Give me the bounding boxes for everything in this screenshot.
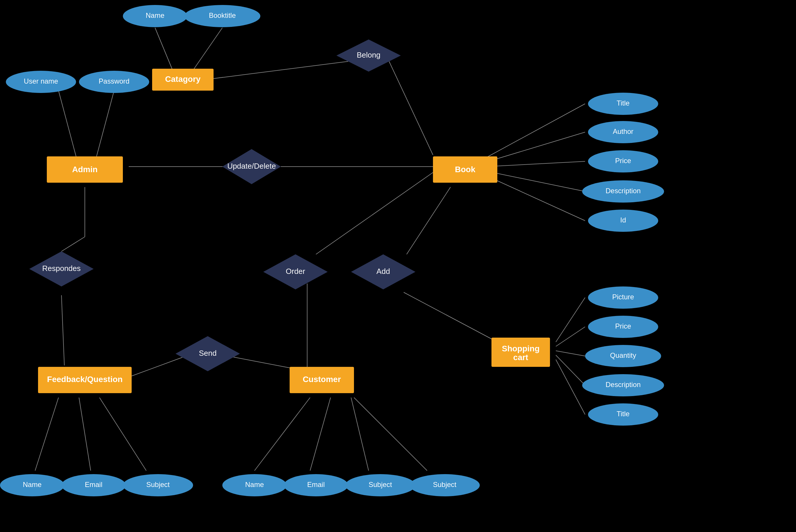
rel-send-label: Send [199,349,217,358]
svg-line-3 [389,61,433,155]
svg-line-28 [79,398,91,471]
svg-line-29 [100,398,146,471]
attr-quantity-label: Quantity [610,352,636,359]
svg-line-8 [486,175,585,221]
attr-password-label: Password [98,77,129,85]
attr-cust-subject1-label: Subject [368,480,392,489]
svg-line-16 [129,357,184,377]
svg-line-32 [351,398,368,471]
attr-id-label: Id [620,216,626,224]
entity-book-label: Book [455,165,475,174]
attr-fb-subject-label: Subject [146,480,170,489]
attr-description-book-label: Description [605,187,641,195]
attr-description-cart-label: Description [605,381,641,388]
entity-customer-label: Customer [303,375,341,384]
rel-add-label: Add [377,267,390,276]
attr-author-label: Author [613,128,634,135]
svg-line-25 [556,355,585,385]
svg-line-1 [193,28,222,70]
svg-line-33 [354,398,427,471]
er-diagram: Admin Book Catagory Customer Feedback/Qu… [0,0,796,532]
svg-line-27 [35,398,58,471]
svg-line-7 [486,171,585,191]
svg-line-21 [404,292,497,342]
svg-line-6 [486,162,585,167]
svg-line-2 [211,61,348,79]
attr-cust-name-label: Name [245,480,264,489]
attr-fb-email-label: Email [85,480,103,489]
rel-update-delete-label: Update/Delete [227,162,276,170]
attr-name-top-label: Name [146,12,164,19]
svg-line-15 [61,295,65,365]
entity-shoppingcart-label2: cart [513,353,528,362]
svg-line-9 [58,91,76,156]
attr-fb-name-label: Name [23,480,41,489]
attr-price-book-label: Price [615,157,631,165]
svg-line-30 [254,398,310,471]
attr-price-cart-label: Price [615,322,631,330]
attr-username-label: User name [24,77,58,85]
rel-respondes-label: Respondes [42,264,81,273]
svg-line-0 [155,28,173,70]
svg-line-4 [486,104,585,158]
attr-cust-subject2-label: Subject [433,480,456,489]
svg-line-23 [556,327,585,346]
svg-line-14 [61,237,85,251]
attr-title-cart-label: Title [617,410,630,418]
svg-line-24 [556,351,585,356]
entity-catagory-label: Catagory [165,75,201,83]
svg-line-19 [316,172,433,254]
svg-line-31 [310,398,330,471]
attr-booktitle-label: Booktitle [209,12,236,19]
svg-line-26 [556,360,585,415]
svg-line-22 [556,298,585,342]
entity-admin-label: Admin [72,165,97,174]
svg-line-5 [486,132,585,162]
attr-title-book-label: Title [617,99,630,107]
svg-line-20 [406,187,451,254]
rel-order-label: Order [286,267,305,276]
rel-belong-label: Belong [357,51,381,59]
attr-picture-label: Picture [612,293,634,301]
svg-line-10 [96,91,114,156]
entity-shoppingcart-label: Shopping [502,344,540,353]
attr-cust-email-label: Email [307,480,325,489]
entity-feedback-label: Feedback/Question [47,375,123,384]
